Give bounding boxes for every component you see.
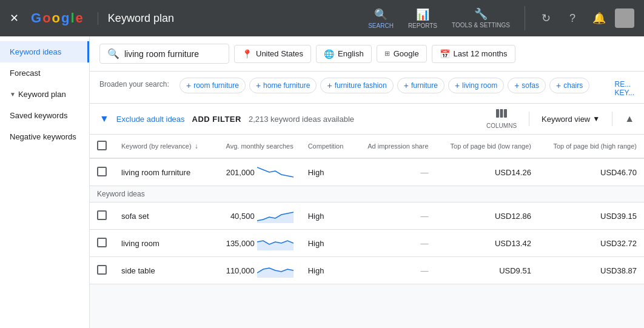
row-checkbox-1[interactable]: [97, 210, 107, 220]
chip-label: furniture fashion: [335, 81, 387, 90]
header-ad-impression: Ad impression share: [355, 135, 436, 158]
broaden-more-button[interactable]: RE...KEY...: [615, 78, 634, 97]
language-filter[interactable]: 🌐 English: [316, 45, 372, 63]
search-input[interactable]: [124, 49, 221, 59]
chip-sofas[interactable]: + sofas: [508, 78, 546, 93]
date-filter[interactable]: 📅 Last 12 months: [432, 45, 515, 63]
keyword-view-label: Keyword view: [542, 115, 590, 124]
location-filter[interactable]: 📍 United States: [234, 45, 311, 63]
tools-icon: 🔧: [474, 7, 488, 21]
add-filter-button[interactable]: ADD FILTER: [192, 115, 241, 124]
svg-rect-1: [500, 109, 503, 118]
row-checkbox-3[interactable]: [97, 265, 107, 275]
chip-furniture-fashion[interactable]: + furniture fashion: [320, 78, 393, 93]
help-button[interactable]: ?: [562, 7, 583, 29]
columns-button[interactable]: COLUMNS: [486, 109, 517, 129]
sidebar-item-negative-keywords[interactable]: Negative keywords: [0, 126, 89, 147]
pinned-bid-high-cell: USD46.70: [538, 158, 644, 186]
header-ad-impression-label: Ad impression share: [367, 142, 428, 150]
sparkline-down: [257, 165, 293, 179]
sidebar-item-forecast[interactable]: Forecast: [0, 62, 89, 84]
header-top-bid-low: Top of page bid (low range): [436, 135, 538, 158]
network-icon: ⊞: [384, 50, 390, 58]
sidebar-item-keyword-plan[interactable]: ▼ Keyword plan: [0, 84, 89, 105]
bid-high-value-3: USD38.87: [600, 266, 637, 275]
sidebar-label-keyword-ideas: Keyword ideas: [10, 47, 61, 56]
row-checkbox-cell-1: [90, 202, 114, 230]
tools-nav-button[interactable]: 🔧 TOOLS & SETTINGS: [447, 5, 515, 32]
reports-nav-label: REPORTS: [408, 22, 437, 29]
collapse-button[interactable]: ▲: [625, 113, 634, 124]
chip-label: room furniture: [193, 81, 239, 90]
bid-high-value-2: USD32.72: [600, 239, 637, 248]
impression-cell-1: —: [355, 202, 436, 230]
nav-icons: 🔍 SEARCH 📊 REPORTS 🔧 TOOLS & SETTINGS ↻ …: [363, 5, 634, 32]
header-keyword[interactable]: Keyword (by relevance) ↓: [114, 135, 212, 158]
search-box[interactable]: 🔍: [99, 44, 229, 64]
view-divider-2: [612, 112, 612, 126]
notifications-button[interactable]: 🔔: [588, 7, 610, 29]
chip-living-room[interactable]: + living room: [448, 78, 504, 93]
impression-value-3: —: [421, 266, 429, 275]
plus-icon: +: [186, 81, 191, 90]
reports-nav-button[interactable]: 📊 REPORTS: [403, 5, 442, 32]
tools-nav-label: TOOLS & SETTINGS: [452, 22, 510, 29]
impression-value-1: —: [421, 212, 429, 221]
avatar[interactable]: [615, 8, 634, 28]
sidebar: Keyword ideas Forecast ▼ Keyword plan Sa…: [0, 36, 90, 328]
keyword-count: 2,213 keyword ideas available: [249, 115, 354, 124]
plus-icon: +: [455, 81, 460, 90]
pinned-checkbox[interactable]: [97, 167, 107, 176]
bid-low-value-3: USD9.51: [499, 266, 531, 275]
pinned-searches-value: 201,000: [226, 168, 255, 177]
chevron-down-icon: ▼: [10, 91, 16, 98]
impression-cell-2: —: [355, 230, 436, 257]
pinned-keyword-row: living room furniture 201,000: [90, 158, 644, 186]
filter-bar: ▼ Exclude adult ideas ADD FILTER 2,213 k…: [90, 104, 644, 135]
row-checkbox-cell-3: [90, 257, 114, 284]
bid-low-cell-2: USD13.42: [436, 230, 538, 257]
chip-chairs[interactable]: + chairs: [549, 78, 589, 93]
header-top-bid-low-label: Top of page bid (low range): [451, 142, 531, 150]
chip-label: living room: [462, 81, 497, 90]
close-button[interactable]: ✕: [10, 12, 19, 25]
impression-value-2: —: [421, 239, 429, 248]
sidebar-item-keyword-ideas[interactable]: Keyword ideas: [0, 41, 89, 62]
search-area: 🔍 📍 United States 🌐 English ⊞ Google 📅 L…: [90, 36, 644, 72]
competition-value-3: High: [308, 266, 324, 275]
searches-value-2: 135,000: [226, 239, 255, 248]
keyword-text-3: side table: [121, 266, 155, 275]
main-content: 🔍 📍 United States 🌐 English ⊞ Google 📅 L…: [90, 36, 644, 328]
chip-home-furniture[interactable]: + home furniture: [249, 78, 317, 93]
chip-room-furniture[interactable]: + room furniture: [179, 78, 246, 93]
select-all-checkbox[interactable]: [97, 141, 107, 150]
google-logo: Google: [31, 10, 83, 26]
network-filter[interactable]: ⊞ Google: [377, 45, 427, 62]
row-checkbox-2[interactable]: [97, 238, 107, 247]
sidebar-label-saved-keywords: Saved keywords: [10, 111, 67, 120]
search-nav-button[interactable]: 🔍 SEARCH: [363, 5, 398, 32]
header-keyword-label: Keyword (by relevance): [121, 142, 192, 150]
chip-furniture[interactable]: + furniture: [397, 78, 444, 93]
competition-value-1: High: [308, 212, 324, 221]
pinned-checkbox-cell: [90, 158, 114, 186]
sidebar-item-saved-keywords[interactable]: Saved keywords: [0, 105, 89, 126]
keyword-cell-3: side table: [114, 257, 212, 284]
searches-cell-3: 110,000: [212, 257, 300, 284]
keyword-section-row: Keyword ideas: [90, 186, 644, 202]
pinned-competition-value: High: [308, 168, 324, 177]
broaden-label: Broaden your search:: [99, 78, 172, 89]
impression-cell-3: —: [355, 257, 436, 284]
plus-icon: +: [514, 81, 519, 90]
chip-label: chairs: [563, 81, 583, 90]
refresh-button[interactable]: ↻: [535, 7, 557, 29]
bid-low-cell-1: USD12.86: [436, 202, 538, 230]
view-divider: [529, 112, 529, 126]
pinned-bid-high-value: USD46.70: [600, 168, 637, 177]
page-title: Keyword plan: [98, 12, 174, 25]
exclude-adult-button[interactable]: Exclude adult ideas: [116, 115, 185, 124]
keyword-cell-1: sofa set: [114, 202, 212, 230]
keyword-view-button[interactable]: Keyword view ▼: [542, 115, 600, 124]
table-row: living room 135,000: [90, 230, 644, 257]
pinned-impression-cell: —: [355, 158, 436, 186]
